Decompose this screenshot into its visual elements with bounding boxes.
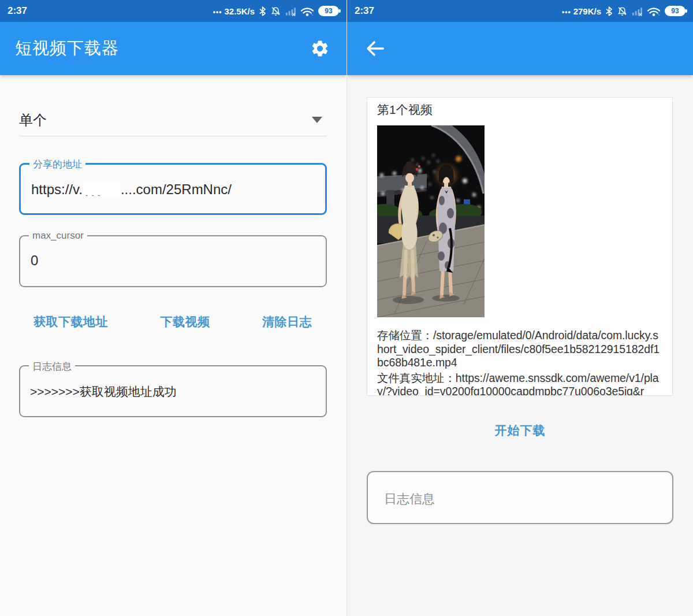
screen-video-result: 2:37 ••• 279K/s (346, 0, 693, 616)
video-result-card: 第1个视频 (367, 97, 673, 396)
clock: 2:37 (8, 5, 27, 17)
mode-select-value: 单个 (19, 106, 327, 129)
actions-row: 获取下载地址 下载视频 清除日志 (19, 314, 327, 330)
app-bar (347, 22, 693, 75)
screen-downloader-main: 2:37 ••• 32.5K/s (0, 0, 346, 616)
file-url-text: 文件真实地址：https://aweme.snssdk.com/aweme/v1… (377, 372, 662, 396)
share-url-label: 分享的地址 (29, 158, 85, 171)
start-download-button[interactable]: 开始下载 (347, 422, 693, 439)
file-url-label: 文件真实地址： (377, 372, 456, 384)
share-url-field[interactable]: 分享的地址 https://v.....com/25RmNnc/ (19, 163, 327, 215)
data-dots: ••• (562, 8, 571, 16)
log-info-placeholder: 日志信息 (368, 472, 672, 508)
video-thumbnail (377, 125, 485, 317)
log-info-field[interactable]: 日志信息 >>>>>>>获取视频地址成功 (19, 365, 327, 417)
censored-url-blur (83, 182, 120, 196)
network-speed: 279K/s (573, 6, 601, 16)
gear-icon (310, 39, 330, 58)
battery-indicator: 93 (318, 6, 339, 16)
status-bar: 2:37 ••• 279K/s (347, 0, 693, 22)
back-button[interactable] (362, 36, 388, 61)
storage-location-text: 存储位置：/storage/emulated/0/Android/data/co… (377, 329, 662, 370)
log-info-field[interactable]: 日志信息 (367, 471, 673, 524)
status-bar: 2:37 ••• 32.5K/s (0, 0, 346, 22)
max-cursor-label: max_cursor (29, 230, 87, 242)
mute-bell-icon (617, 6, 628, 17)
wifi-icon (300, 6, 314, 17)
signal-bars-icon (632, 6, 643, 16)
network-speed: 32.5K/s (224, 6, 255, 16)
data-dots: ••• (213, 8, 222, 16)
download-video-button[interactable]: 下载视频 (161, 314, 210, 330)
clock: 2:37 (355, 5, 374, 17)
mute-bell-icon (270, 6, 281, 17)
bluetooth-icon (259, 6, 266, 17)
get-download-url-button[interactable]: 获取下载地址 (33, 314, 108, 330)
app-title: 短视频下载器 (15, 37, 119, 60)
storage-location-label: 存储位置： (377, 329, 433, 342)
clear-log-button[interactable]: 清除日志 (262, 314, 312, 330)
settings-button[interactable] (308, 37, 331, 60)
log-info-label: 日志信息 (29, 360, 75, 373)
back-arrow-icon (364, 38, 386, 60)
max-cursor-field[interactable]: max_cursor 0 (19, 235, 327, 287)
wifi-icon (647, 6, 661, 17)
battery-indicator: 93 (665, 6, 685, 16)
app-bar: 短视频下载器 (0, 22, 346, 75)
mode-select-dropdown[interactable]: 单个 (19, 106, 327, 136)
chevron-down-icon (312, 117, 322, 123)
video-card-title: 第1个视频 (377, 101, 662, 118)
signal-bars-icon (285, 6, 296, 16)
bluetooth-icon (605, 6, 613, 17)
